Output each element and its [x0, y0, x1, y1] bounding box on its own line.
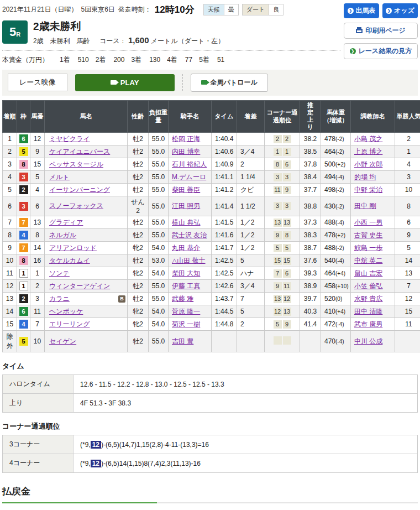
horse-link[interactable]: メルト [49, 173, 70, 182]
prize-rank: 3着 [131, 56, 141, 64]
finish-position: 3 [3, 158, 17, 171]
trainer-link[interactable]: 小西 一男 [354, 218, 382, 226]
horse-link[interactable]: ヘンボッケ [49, 307, 83, 316]
horse-link[interactable]: ソンテ [49, 269, 70, 278]
jockey-link[interactable]: 武士沢 友治 [172, 231, 207, 239]
play-button[interactable]: PLAY [75, 74, 175, 91]
sex-age: 牡2 [128, 254, 149, 267]
corner-chip: 11 [283, 282, 291, 290]
jockey-link[interactable]: 松岡 正海 [172, 135, 200, 143]
finish-position: 15 [3, 318, 17, 331]
trainer-link[interactable]: 畠山 吉宏 [354, 269, 382, 277]
jockey-link[interactable]: 吉田 豊 [172, 337, 193, 345]
jockey-link[interactable]: 柴田 善臣 [172, 186, 200, 194]
frame-number-chip: 4 [19, 231, 28, 240]
jockey-link[interactable]: M.デムーロ [172, 173, 206, 181]
corner-chip: 9 [274, 282, 282, 290]
trainer-link[interactable]: 武市 康男 [354, 320, 382, 328]
corner4-label: 4コーナー [3, 454, 74, 473]
corner-chip: 9 [274, 231, 282, 240]
trainer-link[interactable]: 鮫島 一歩 [354, 244, 382, 252]
corner-chip: 15 [274, 257, 282, 265]
margin: 7 [237, 293, 265, 305]
last3f-time: 38.9 [300, 280, 321, 293]
horse-link[interactable]: ネルガル [49, 231, 76, 240]
race-class: 2歳 未勝利 馬齢 [33, 37, 90, 45]
horse-link[interactable]: スノーフォックス [49, 201, 103, 211]
horse-link[interactable]: ミヤビクライ [49, 134, 90, 144]
trainer-link[interactable]: 中舘 英二 [354, 257, 382, 264]
blinker-badge: B [118, 295, 125, 303]
horse-link[interactable]: カラニ [49, 294, 70, 304]
jockey-link[interactable]: 江田 照男 [172, 202, 200, 210]
trainer-link[interactable]: 的場 均 [354, 173, 376, 181]
prize-label: 本賞金（万円） [2, 55, 49, 65]
load-weight: 55.0 [149, 133, 169, 145]
horse-link[interactable]: ウィンターアゲイン [49, 282, 110, 291]
corner-positions: 86 [265, 158, 300, 171]
jockey-link[interactable]: 柴田 大知 [172, 269, 200, 277]
horse-link[interactable]: アリアンロッド [49, 243, 97, 253]
trainer-link[interactable]: 田中 清隆 [354, 308, 382, 315]
trainer-link[interactable]: 小笠 倫弘 [354, 282, 382, 290]
win-popularity: 3 [395, 171, 420, 184]
race-result-page: 2021年11月21日（日曜） 5回東京6日 発走時刻： 12時10分 天候曇 … [0, 0, 420, 510]
margin: 5 [237, 305, 265, 318]
body-weight: 410(+4) [321, 305, 351, 318]
frame-cell: 2 [17, 293, 30, 305]
horse-link[interactable]: ケイアイユニバース [49, 147, 110, 157]
jockey-cell: 丸田 恭介 [169, 242, 212, 254]
jockey-cell: △山田 敬士 [169, 254, 212, 267]
load-weight: 54.0 [149, 318, 169, 331]
jockey-link[interactable]: 伊藤 工真 [172, 282, 200, 290]
result-row: 1212ウィンターアゲイン牡255.0伊藤 工真1:42.63／491138.9… [3, 280, 420, 293]
entries-button[interactable]: 出馬表 [344, 3, 379, 18]
trainer-link[interactable]: 水野 貴広 [354, 295, 382, 303]
course-distance: 1,600 [128, 35, 149, 45]
trainer-link[interactable]: 上原 博之 [354, 148, 382, 155]
jockey-link[interactable]: 石川 裕紀人 [172, 160, 207, 168]
horse-link[interactable]: ペッサスタージル [49, 160, 103, 169]
result-row: 1323カラニB牡255.0武藤 雅1:43.77131239.7520(0)水… [3, 293, 420, 305]
patrol-video-button[interactable]: 全周パトロール [191, 74, 268, 92]
corner-chip: 3 [274, 202, 282, 210]
horse-link[interactable]: セイゲン [49, 337, 76, 346]
print-page-button[interactable]: 印刷用ページ [344, 23, 418, 39]
trainer-link[interactable]: 中川 公成 [354, 337, 382, 345]
margin: 3／4 [237, 280, 265, 293]
result-guide-button[interactable]: レース結果の見方 [344, 43, 418, 59]
odds-button[interactable]: オッズ [382, 3, 418, 18]
trainer-link[interactable]: 田中 剛 [354, 202, 376, 210]
jockey-link[interactable]: 菊沢 一樹 [172, 320, 200, 328]
horse-link[interactable]: グラディア [49, 218, 83, 227]
trainer-link[interactable]: 小島 茂之 [354, 135, 382, 143]
jockey-link[interactable]: 菅原 隆一 [172, 308, 200, 315]
time-table: ハロンタイム 12.6 - 11.5 - 12.2 - 12.8 - 13.0 … [2, 374, 418, 413]
corner-chip: 3 [283, 173, 291, 181]
jockey-cell: 横山 典弘 [169, 216, 212, 229]
jockey-link[interactable]: 武藤 雅 [172, 295, 193, 303]
jockey-cell: 柴田 善臣 [169, 184, 212, 196]
trainer-link[interactable]: 古賀 史生 [354, 231, 382, 239]
body-weight: 488(-4) [321, 216, 351, 229]
horse-link[interactable]: イーサンバーニング [49, 185, 110, 195]
finish-time: 1:40.6 [212, 145, 237, 158]
horse-link[interactable]: エリーリング [49, 320, 90, 329]
jockey-link[interactable]: 横山 典弘 [172, 218, 200, 226]
col-finish: 着順 [3, 100, 17, 132]
horse-number: 8 [30, 229, 45, 242]
jockey-link[interactable]: △山田 敬士 [172, 257, 206, 264]
jockey-link[interactable]: 内田 博幸 [172, 148, 200, 155]
jockey-link[interactable]: 丸田 恭介 [172, 244, 200, 252]
last3f-time: 38.8 [300, 196, 321, 216]
trainer-link[interactable]: 小野 次郎 [354, 160, 382, 168]
corner-chip: 5 [283, 244, 291, 252]
load-weight: 55.0 [149, 229, 169, 242]
course-label: コース： [99, 37, 127, 45]
trainer-link[interactable]: 中野 栄治 [354, 186, 382, 194]
result-row: 524イーサンバーニング牡255.0柴田 善臣1:41.2クビ11937.749… [3, 184, 420, 196]
sex-age: 牡2 [128, 216, 149, 229]
table-row: 4コーナー (*9,12)-(6,5)14(1,15)8(7,4)2,3(11,… [3, 454, 418, 473]
sex-age: 牡2 [128, 331, 149, 352]
horse-link[interactable]: タケルカムイ [49, 256, 90, 266]
